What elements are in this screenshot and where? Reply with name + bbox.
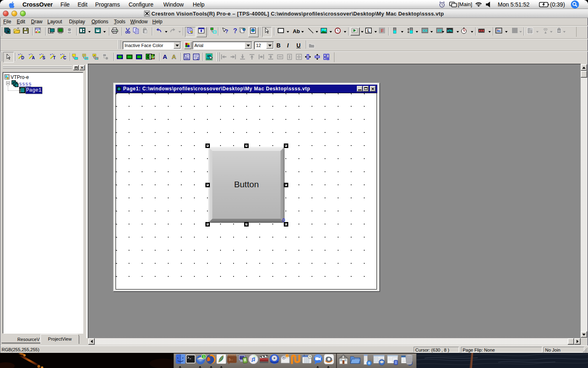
svg-text:XX: XX [423, 28, 428, 33]
svg-text:S: S [42, 56, 45, 60]
svg-text:?: ? [233, 27, 237, 34]
svg-text:A: A [96, 58, 98, 60]
svg-text:T: T [53, 56, 56, 60]
svg-text:A: A [94, 54, 96, 57]
svg-text:?: ? [225, 28, 228, 34]
svg-text:x%: x% [447, 29, 452, 33]
svg-text:12: 12 [151, 55, 155, 59]
svg-text:F: F [381, 28, 384, 33]
svg-text:A: A [172, 53, 176, 60]
svg-text:A: A [32, 56, 35, 60]
svg-text::)...: :)... [228, 357, 233, 361]
svg-text:D: D [21, 56, 24, 60]
svg-text:2: 2 [197, 56, 199, 61]
svg-text:L: L [368, 28, 370, 33]
svg-text:C: C [63, 56, 66, 60]
svg-text:A: A [163, 53, 167, 60]
svg-text:1: 1 [203, 355, 205, 359]
